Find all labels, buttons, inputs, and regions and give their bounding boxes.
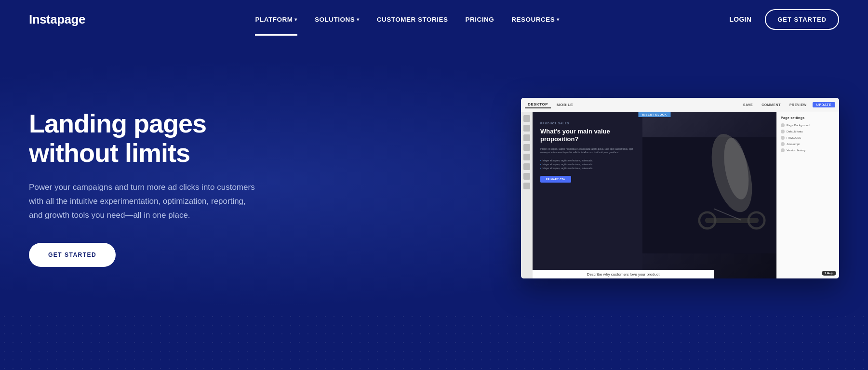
javascript-icon bbox=[781, 142, 785, 146]
panel-settings-title: Page settings bbox=[781, 116, 835, 119]
panel-icon-8 bbox=[523, 183, 530, 189]
nav-item-pricing[interactable]: PRICING bbox=[466, 16, 494, 23]
canvas-content: PRODUCT SALES What's your main value pro… bbox=[533, 112, 776, 278]
background-dots-decoration bbox=[0, 312, 868, 370]
svg-rect-3 bbox=[705, 217, 759, 223]
header: Instapage PLATFORM ▾ SOLUTIONS ▾ CUSTOME… bbox=[0, 0, 868, 39]
nav-item-solutions[interactable]: SOLUTIONS ▾ bbox=[315, 16, 360, 23]
desktop-tab[interactable]: DESKTOP bbox=[525, 101, 551, 108]
panel-option-version-history[interactable]: Version history bbox=[781, 148, 835, 152]
panel-icon-2 bbox=[523, 125, 530, 132]
editor-bottom-bar: Describe why customers love your product bbox=[533, 270, 714, 278]
panel-option-fonts[interactable]: Default fonts bbox=[781, 130, 835, 133]
panel-option-html[interactable]: HTML/CSS bbox=[781, 136, 835, 140]
editor-canvas: INSERT BLOCK PRODUCT SALES What's your m… bbox=[533, 112, 776, 278]
editor-toolbar: DESKTOP MOBILE SAVE COMMENT PREVIEW UPDA… bbox=[521, 98, 839, 112]
fonts-icon bbox=[781, 130, 785, 133]
canvas-bullet-1: Integer elit sapien, sagittis non lectus… bbox=[540, 159, 635, 162]
hero-cta-button[interactable]: GET STARTED bbox=[29, 243, 116, 267]
get-started-button-header[interactable]: GET STARTED bbox=[765, 9, 839, 30]
canvas-main-title: What's your main value proposition? bbox=[540, 128, 635, 144]
help-badge[interactable]: ? Help bbox=[822, 271, 836, 276]
html-icon bbox=[781, 136, 785, 140]
version-history-label: Version history bbox=[787, 149, 805, 152]
header-right: LOGIN GET STARTED bbox=[729, 9, 839, 30]
canvas-image-side bbox=[642, 112, 776, 278]
hero-title: Landing pages without limits bbox=[29, 109, 280, 167]
svg-rect-0 bbox=[642, 137, 776, 253]
panel-icon-7 bbox=[523, 173, 530, 180]
panel-icon-5 bbox=[523, 154, 530, 160]
main-nav: PLATFORM ▾ SOLUTIONS ▾ CUSTOMER STORIES … bbox=[255, 16, 559, 23]
canvas-bullet-3: Integer elit sapien, sagittis non lectus… bbox=[540, 167, 635, 170]
save-button[interactable]: SAVE bbox=[740, 102, 756, 107]
mobile-tab[interactable]: MOBILE bbox=[554, 102, 576, 108]
canvas-cta-button: Primary CTA bbox=[540, 176, 571, 183]
panel-icon-3 bbox=[523, 134, 530, 141]
chevron-down-icon: ▾ bbox=[357, 17, 360, 22]
javascript-option-label: Javascript bbox=[787, 143, 800, 145]
canvas-selection-bar: INSERT BLOCK bbox=[639, 112, 671, 117]
panel-option-javascript[interactable]: Javascript bbox=[781, 142, 835, 146]
editor-right-panel: Page settings Page Background Default fo… bbox=[776, 112, 839, 278]
panel-option-background[interactable]: Page Background bbox=[781, 123, 835, 127]
canvas-bullet-2: Integer elit sapien, sagittis non lectus… bbox=[540, 163, 635, 166]
canvas-text-side: PRODUCT SALES What's your main value pro… bbox=[533, 112, 642, 278]
background-icon bbox=[781, 123, 785, 127]
chevron-down-icon: ▾ bbox=[294, 17, 297, 22]
logo: Instapage bbox=[29, 12, 85, 27]
canvas-body-text: Integer elit sapien, sagittis non lectus… bbox=[540, 147, 635, 154]
login-link[interactable]: LOGIN bbox=[729, 15, 751, 23]
nav-item-platform[interactable]: PLATFORM ▾ bbox=[255, 16, 297, 23]
comment-button[interactable]: COMMENT bbox=[759, 102, 784, 107]
hero-left: Landing pages without limits Power your … bbox=[29, 109, 280, 267]
hero-section: Landing pages without limits Power your … bbox=[0, 39, 868, 328]
panel-icon-6 bbox=[523, 163, 530, 170]
html-option-label: HTML/CSS bbox=[787, 136, 801, 139]
update-button[interactable]: UPDATE bbox=[813, 102, 835, 107]
toolbar-tabs: DESKTOP MOBILE bbox=[525, 101, 576, 108]
canvas-photo-svg bbox=[642, 112, 776, 278]
canvas-photo bbox=[642, 112, 776, 278]
background-option-label: Page Background bbox=[787, 124, 810, 127]
editor-mockup: DESKTOP MOBILE SAVE COMMENT PREVIEW UPDA… bbox=[521, 98, 839, 278]
toolbar-actions: SAVE COMMENT PREVIEW UPDATE bbox=[740, 102, 835, 107]
canvas-product-label: PRODUCT SALES bbox=[540, 122, 635, 125]
chevron-down-icon: ▾ bbox=[557, 17, 560, 22]
nav-item-resources[interactable]: RESOURCES ▾ bbox=[511, 16, 560, 23]
nav-item-customer-stories[interactable]: CUSTOMER STORIES bbox=[377, 16, 448, 23]
preview-button[interactable]: PREVIEW bbox=[787, 102, 810, 107]
editor-left-panel bbox=[521, 112, 533, 278]
fonts-option-label: Default fonts bbox=[787, 130, 803, 133]
editor-body: INSERT BLOCK PRODUCT SALES What's your m… bbox=[521, 112, 839, 278]
editor-mockup-container: DESKTOP MOBILE SAVE COMMENT PREVIEW UPDA… bbox=[521, 98, 839, 278]
panel-icon-1 bbox=[523, 115, 530, 122]
hero-description: Power your campaigns and turn more ad cl… bbox=[29, 181, 260, 223]
panel-icon-4 bbox=[523, 144, 530, 151]
version-history-icon bbox=[781, 148, 785, 152]
